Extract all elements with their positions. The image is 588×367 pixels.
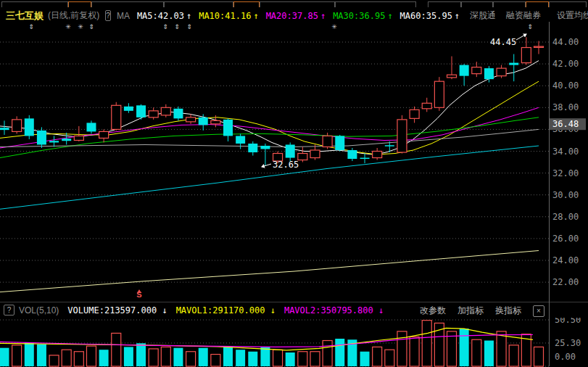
candle[interactable] [298,147,307,162]
candle[interactable] [211,115,220,128]
price-chart[interactable]: 44.0042.0040.0038.0036.0034.0032.0030.00… [0,22,588,302]
star-marker-icon[interactable]: ✳ [65,23,71,30]
candle[interactable] [74,126,83,141]
tab-segment[interactable] [68,1,91,7]
candle[interactable] [173,107,183,121]
tab-segment[interactable] [549,1,587,7]
candle[interactable] [360,154,370,164]
help-icon[interactable]: ? [4,305,15,316]
updown-marker-icon[interactable]: ⇕ [88,23,94,30]
volume-bar[interactable] [273,350,283,366]
tab-segment[interactable] [1,1,68,7]
volume-bar[interactable] [186,352,196,366]
volume-bar[interactable] [236,350,245,366]
candle[interactable] [460,64,469,86]
volume-bar[interactable] [472,339,481,366]
candle[interactable] [124,103,133,113]
candle[interactable] [236,133,245,149]
updown-marker-icon[interactable]: ⇕ [162,23,168,30]
candle[interactable] [86,120,96,133]
tab-segment[interactable] [91,1,164,7]
volume-bar[interactable] [248,352,257,366]
candle[interactable] [12,116,22,133]
close-icon[interactable]: × [533,305,544,317]
candle[interactable] [186,114,196,124]
candle[interactable] [497,65,506,78]
volume-bar[interactable] [310,352,320,366]
volume-bar[interactable] [161,347,170,366]
tab-segment[interactable] [526,1,549,7]
volume-bar[interactable] [173,348,183,366]
volume-bar[interactable] [286,352,295,366]
set-ma-button[interactable]: 设置均线▾ [557,9,588,22]
candle[interactable] [310,144,320,160]
volume-bar[interactable] [360,352,370,366]
tab-segment[interactable] [461,1,493,7]
volume-bar[interactable] [323,341,332,366]
event-marker-s[interactable]: S [136,290,141,299]
volume-bar[interactable] [385,350,394,366]
volume-bar[interactable] [49,355,59,366]
market-link[interactable]: 融资融券 [506,10,541,20]
volume-bar[interactable] [124,347,133,366]
candle[interactable] [223,118,233,141]
tab-segment[interactable] [428,1,461,7]
candle[interactable] [0,120,9,135]
candle[interactable] [136,104,146,120]
volume-bar[interactable] [397,331,407,366]
updown-marker-icon[interactable]: ⇕ [527,23,533,30]
volume-bar[interactable] [149,349,158,366]
vol-button[interactable]: 改参数 [420,305,446,317]
volume-bar[interactable] [422,321,431,366]
volume-bar[interactable] [37,345,46,366]
star-marker-icon[interactable]: ✳ [78,23,83,30]
volume-chart[interactable]: 50.5025.300.00 [0,318,588,367]
volume-bar[interactable] [534,347,544,366]
volume-bar[interactable] [298,352,307,366]
volume-bar[interactable] [74,352,83,366]
volume-bar[interactable] [484,341,494,366]
volume-bar[interactable] [373,347,382,366]
volume-bar[interactable] [335,339,344,366]
candle[interactable] [149,107,158,120]
volume-bar[interactable] [12,345,22,366]
tab-segment[interactable] [493,1,526,7]
volume-bar[interactable] [0,348,9,366]
tab-segment[interactable] [335,1,416,7]
candle[interactable] [447,57,457,80]
tab-segment[interactable] [164,1,233,7]
volume-bar[interactable] [223,347,233,366]
volume-bar[interactable] [136,343,146,366]
vol-button[interactable]: 换指标 [495,305,521,317]
volume-bar[interactable] [460,329,469,366]
vol-button[interactable]: 加指标 [457,305,484,317]
updown-marker-icon[interactable]: ⇕ [174,23,180,30]
volume-bar[interactable] [211,355,220,366]
volume-bar[interactable] [112,333,121,366]
volume-bar[interactable] [410,337,419,366]
volume-bar[interactable] [199,348,208,366]
star-marker-icon[interactable]: ✳ [331,23,337,30]
volume-bar[interactable] [25,342,34,366]
candle[interactable] [397,115,407,154]
candle[interactable] [37,127,46,148]
volume-bar[interactable] [260,347,270,366]
candle[interactable] [509,54,518,82]
candle[interactable] [521,37,531,65]
candle[interactable] [112,102,121,131]
candle[interactable] [49,136,59,147]
tab-segment[interactable] [260,1,335,7]
candle[interactable] [260,144,270,166]
candle[interactable] [422,98,431,112]
volume-bar[interactable] [497,331,506,366]
volume-bar[interactable] [86,346,96,366]
tab-segment[interactable] [233,1,260,7]
candle[interactable] [161,104,170,117]
candle[interactable] [99,129,109,142]
candle[interactable] [434,77,444,111]
candle[interactable] [248,141,257,156]
candle[interactable] [25,115,34,139]
candle[interactable] [286,142,295,161]
candle[interactable] [335,135,344,152]
candle[interactable] [347,148,357,161]
